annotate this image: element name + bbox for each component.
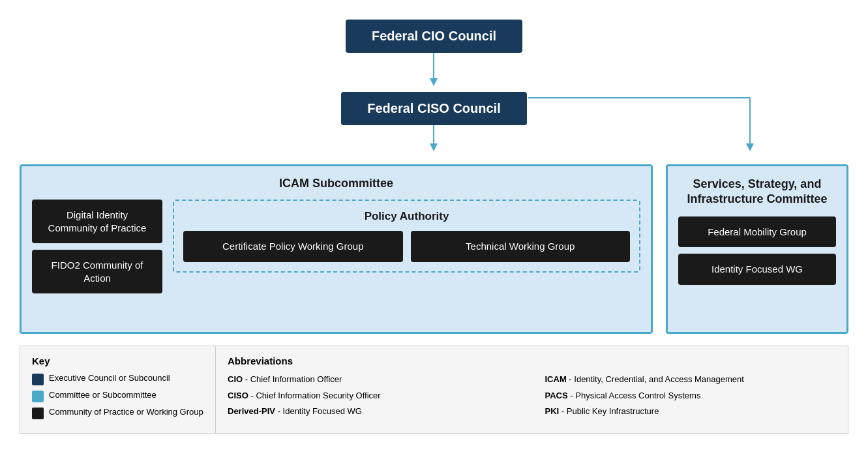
technical-wg-card: Technical Working Group [411,231,631,262]
legend-key: Key Executive Council or Subcouncil Comm… [20,346,216,433]
executive-swatch [32,374,44,385]
abbr-pacs: PACS - Physical Access Control Systems [545,389,837,402]
org-chart: Federal CIO Council Federal CISO Council… [20,13,848,334]
legend-item-executive-label: Executive Council or Subcouncil [49,373,170,383]
abbr-cio: CIO - Chief Information Officer [228,373,519,386]
abbr-pki: PKI - Public Key Infrastructure [545,405,837,418]
cio-council-box: Federal CIO Council [346,20,522,53]
abbr-derived-piv: Derived-PIV - Identity Focused WG [228,405,519,418]
icam-left-cards: Digital Identity Community of Practice F… [32,200,162,293]
abbr-icam-desc: Identity, Credential, and Access Managem… [574,374,744,384]
lower-section: ICAM Subcommittee Digital Identity Commu… [20,164,848,334]
fido2-card: FIDO2 Community of Action [32,250,162,293]
federal-mobility-card: Federal Mobility Group [678,216,836,248]
legend-section: Key Executive Council or Subcouncil Comm… [20,346,848,434]
abbr-derived-piv-sep: - [278,406,283,416]
cert-policy-wg-card: Certificate Policy Working Group [183,231,403,262]
services-title: Services, Strategy, and Infrastructure C… [678,177,836,207]
abbr-derived-piv-desc: Identity Focused WG [283,406,362,416]
ciso-label: Federal CISO Council [367,101,500,115]
legend-item-committee-label: Committee or Subcommittee [49,390,157,400]
legend-item-community-label: Community of Practice or Working Group [49,407,203,417]
cio-label: Federal CIO Council [372,29,496,43]
abbr-grid: CIO - Chief Information Officer ICAM - I… [228,373,836,418]
digital-identity-card: Digital Identity Community of Practice [32,200,162,243]
community-swatch [32,408,44,419]
icam-subcommittee-box: ICAM Subcommittee Digital Identity Commu… [20,164,653,334]
abbr-ciso: CISO - Chief Information Security Office… [228,389,519,402]
services-cards: Federal Mobility Group Identity Focused … [678,216,836,285]
legend-item-committee: Committee or Subcommittee [32,390,203,402]
abbr-pki-sep: - [561,406,567,416]
services-box: Services, Strategy, and Infrastructure C… [666,164,848,334]
abbr-pki-desc: Public Key Infrastructure [567,406,659,416]
abbr-cio-key: CIO [228,374,243,384]
abbr-ciso-key: CISO [228,391,248,400]
abbr-icam-key: ICAM [545,374,567,384]
abbr-pacs-desc: Physical Access Control Systems [575,391,700,400]
committee-swatch [32,391,44,402]
identity-focused-wg-card: Identity Focused WG [678,254,836,285]
abbr-ciso-desc: Chief Information Security Officer [256,391,380,400]
policy-authority-box: Policy Authority Certificate Policy Work… [173,200,640,273]
legend-abbreviations: Abbreviations CIO - Chief Information Of… [216,346,848,433]
abbr-derived-piv-key: Derived-PIV [228,406,275,416]
abbr-cio-sep: - [245,374,250,384]
policy-authority-title: Policy Authority [183,210,630,223]
icam-title: ICAM Subcommittee [32,177,640,190]
legend-key-title: Key [32,355,203,366]
abbr-pacs-key: PACS [545,391,568,400]
abbr-title: Abbreviations [228,355,836,366]
abbr-cio-desc: Chief Information Officer [250,374,342,384]
abbr-pki-key: PKI [545,406,560,416]
abbr-icam: ICAM - Identity, Credential, and Access … [545,373,837,386]
legend-item-executive: Executive Council or Subcouncil [32,373,203,385]
ciso-council-box: Federal CISO Council [341,92,526,125]
legend-item-community: Community of Practice or Working Group [32,407,203,419]
